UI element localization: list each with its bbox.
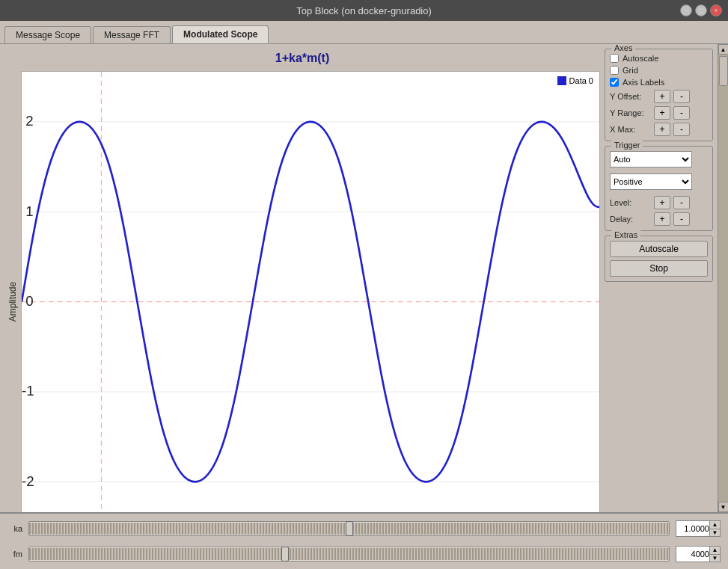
y-range-row: Y Range: + - (610, 106, 708, 120)
legend-color (557, 76, 566, 85)
x-max-plus-button[interactable]: + (654, 123, 670, 136)
tabs-bar: Message Scope Message FFT Modulated Scop… (0, 21, 728, 44)
data-legend: Data 0 (557, 76, 593, 85)
tab-message-scope[interactable]: Message Scope (4, 26, 91, 43)
axes-panel: Axes Autoscale Grid Axis Labels Y Of (605, 49, 713, 141)
level-minus-button[interactable]: - (673, 196, 690, 209)
fm-value-box: 4000 ▲ ▼ (676, 546, 721, 562)
chart-area[interactable]: Data 0 (21, 71, 600, 512)
chart-container: 1+ka*m(t) Amplitude Data 0 (4, 49, 600, 508)
tab-message-fft[interactable]: Message FFT (93, 26, 171, 43)
svg-text:-2: -2 (22, 473, 34, 489)
fm-slider-row: fm 4000 ▲ ▼ (7, 544, 721, 565)
svg-text:1: 1 (25, 203, 33, 219)
axes-legend: Axes (611, 44, 635, 52)
fm-spinners: ▲ ▼ (709, 547, 720, 562)
y-offset-plus-button[interactable]: + (654, 90, 670, 103)
grid-row: Grid (610, 66, 708, 75)
fm-value: 4000 (691, 550, 709, 559)
axis-labels-checkbox[interactable] (610, 78, 619, 87)
maximize-button[interactable]: □ (695, 4, 707, 16)
y-offset-row: Y Offset: + - (610, 90, 708, 103)
delay-plus-button[interactable]: + (654, 212, 670, 226)
ka-increment-button[interactable]: ▲ (710, 521, 720, 529)
level-label: Level: (610, 198, 651, 207)
right-scrollbar: ▲ ▼ (718, 44, 728, 512)
ka-slider-row: ka 1.0000 ▲ ▼ (7, 518, 721, 539)
ka-slider-inner (29, 523, 669, 535)
scrollbar-thumb[interactable] (719, 56, 728, 86)
x-max-row: X Max: + - (610, 123, 708, 136)
delay-label: Delay: (610, 215, 651, 224)
level-row: Level: + - (610, 196, 708, 209)
y-offset-label: Y Offset: (610, 92, 651, 101)
stop-button[interactable]: Stop (610, 260, 708, 277)
svg-text:0: 0 (25, 293, 33, 309)
autoscale-row: Autoscale (610, 54, 708, 63)
close-button[interactable]: × (710, 4, 722, 16)
axis-labels-label: Axis Labels (623, 78, 664, 87)
autoscale-label: Autoscale (623, 54, 658, 63)
fm-increment-button[interactable]: ▲ (710, 547, 720, 555)
y-range-plus-button[interactable]: + (654, 106, 670, 120)
autoscale-checkbox[interactable] (610, 54, 619, 63)
scroll-up-button[interactable]: ▲ (718, 44, 729, 55)
legend-label: Data 0 (569, 76, 593, 85)
autoscale-button[interactable]: Autoscale (610, 241, 708, 257)
extras-panel: Extras Autoscale Stop (605, 236, 713, 282)
grid-label: Grid (623, 66, 638, 75)
ka-slider-track[interactable] (28, 521, 670, 536)
svg-text:-1: -1 (22, 383, 34, 399)
sidebar: Axes Autoscale Grid Axis Labels Y Of (605, 49, 713, 508)
svg-text:2: 2 (25, 113, 33, 129)
y-range-label: Y Range: (610, 108, 651, 117)
trigger-slope-select[interactable]: Positive Negative (610, 173, 692, 190)
chart-svg: 2 1 0 -1 -2 0 0.2 0.4 0.6 0.8 (22, 72, 599, 512)
bottom-controls: ka 1.0000 ▲ ▼ fm 4 (0, 512, 728, 569)
window-title: Top Block (on docker-gnuradio) (296, 5, 432, 16)
x-max-label: X Max: (610, 125, 651, 134)
trigger-mode-row: Auto Tag Manual (610, 151, 708, 170)
fm-label: fm (7, 550, 22, 559)
axis-labels-row: Axis Labels (610, 78, 708, 87)
y-axis-label: Amplitude (4, 71, 21, 512)
chart-and-x: Data 0 (21, 71, 600, 512)
scroll-down-button[interactable]: ▼ (718, 502, 729, 512)
y-offset-minus-button[interactable]: - (673, 90, 690, 103)
ka-value-box: 1.0000 ▲ ▼ (676, 520, 721, 537)
fm-slider-thumb[interactable] (281, 547, 289, 562)
delay-row: Delay: + - (610, 212, 708, 226)
extras-legend: Extras (611, 230, 640, 239)
trigger-mode-select[interactable]: Auto Tag Manual (610, 151, 692, 167)
trigger-slope-row: Positive Negative (610, 173, 708, 193)
x-max-minus-button[interactable]: - (673, 123, 690, 136)
grid-checkbox[interactable] (610, 66, 619, 75)
fm-decrement-button[interactable]: ▼ (710, 555, 720, 562)
ka-spinners: ▲ ▼ (709, 521, 720, 536)
trigger-legend: Trigger (611, 141, 643, 150)
minimize-button[interactable]: − (680, 4, 692, 16)
window-controls: − □ × (680, 4, 722, 16)
main-container: Message Scope Message FFT Modulated Scop… (0, 21, 728, 569)
delay-minus-button[interactable]: - (673, 212, 690, 226)
y-range-minus-button[interactable]: - (673, 106, 690, 120)
tab-modulated-scope[interactable]: Modulated Scope (172, 25, 269, 43)
level-plus-button[interactable]: + (654, 196, 670, 209)
trigger-panel: Trigger Auto Tag Manual Positive Negativ… (605, 146, 713, 231)
fm-slider-inner (29, 548, 669, 560)
chart-title: 1+ka*m(t) (4, 49, 600, 68)
fm-slider-track[interactable] (28, 547, 670, 562)
scrollbar-track (718, 55, 728, 502)
ka-label: ka (7, 524, 22, 533)
title-bar: Top Block (on docker-gnuradio) − □ × (0, 0, 728, 21)
ka-decrement-button[interactable]: ▼ (710, 529, 720, 537)
ka-value: 1.0000 (684, 524, 709, 533)
chart-wrapper: Amplitude Data 0 (4, 71, 600, 512)
ka-slider-thumb[interactable] (346, 521, 353, 536)
